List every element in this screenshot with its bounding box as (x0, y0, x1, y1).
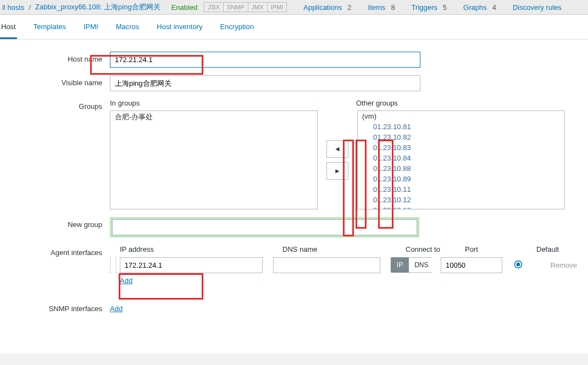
list-item[interactable]: 01.23.10.81 (358, 121, 564, 132)
col-port: Port (465, 245, 536, 253)
new-group-highlight (110, 217, 419, 237)
iface-default-radio[interactable] (514, 260, 551, 270)
status-enabled: Enabled (171, 3, 198, 12)
iface-remove-link[interactable]: Remove (551, 261, 577, 269)
drag-handle-icon[interactable] (110, 257, 117, 273)
list-item[interactable]: 01.23.10.89 (358, 174, 564, 184)
col-def: Default (536, 245, 575, 253)
iface-ip-input[interactable] (120, 257, 263, 273)
agent-interfaces-label: Agent interfaces (0, 245, 110, 257)
other-groups-label: Other groups (356, 99, 563, 110)
proto-zbx[interactable]: ZBX (204, 2, 223, 12)
visible-name-label: Visible name (0, 75, 110, 87)
radio-checked-icon (514, 260, 523, 269)
groups-label: Groups (0, 99, 110, 110)
tab-macros[interactable]: Macros (115, 23, 141, 39)
in-groups-label: In groups (110, 99, 317, 110)
tab-templates[interactable]: Templates (32, 23, 67, 39)
proto-ipmi[interactable]: IPMI (268, 2, 287, 12)
triggers-link[interactable]: Triggers (409, 3, 440, 12)
shuttle-right-button[interactable]: ► (326, 162, 348, 180)
proto-jmx[interactable]: JMX (248, 2, 268, 12)
list-item[interactable]: 01.23.10.83 (358, 142, 564, 153)
list-item[interactable]: 01.23.10.11 (358, 184, 564, 195)
new-group-input[interactable] (112, 219, 417, 235)
iface-port-input[interactable] (441, 257, 502, 273)
proto-snmp[interactable]: SNMP (224, 2, 248, 12)
col-dns: DNS name (282, 245, 406, 253)
current-host-link[interactable]: Zabbix_proxy66.108: 上海ping合肥网关 (33, 2, 163, 12)
discovery-link[interactable]: Discovery rules (511, 3, 564, 12)
all-hosts-link[interactable]: ll hosts (0, 3, 26, 12)
items-link[interactable]: Items (366, 3, 388, 12)
other-groups-listbox[interactable]: (vm) 01.23.10.81 01.23.10.82 01.23.10.83… (357, 110, 565, 209)
protocol-group: ZBX SNMP JMX IPMI (204, 2, 287, 12)
svg-point-1 (516, 262, 520, 266)
list-item[interactable]: 合肥-办事处 (110, 111, 317, 123)
visible-name-input[interactable] (110, 75, 420, 91)
tab-ipmi[interactable]: IPMI (82, 23, 99, 39)
triggers-count: 5 (443, 3, 447, 12)
list-item[interactable]: 01.23.10.88 (358, 163, 564, 174)
list-item[interactable]: 01.23.10.84 (358, 153, 564, 163)
snmp-interfaces-label: SNMP interfaces (0, 301, 110, 313)
tabs: Host Templates IPMI Macros Host inventor… (0, 15, 588, 40)
snmp-add-link[interactable]: Add (110, 305, 123, 313)
host-name-input[interactable] (110, 52, 420, 68)
breadcrumb-separator: / (29, 3, 31, 12)
applications-link[interactable]: Applications (301, 3, 344, 12)
list-item[interactable]: 01.23.10.12 (358, 195, 564, 205)
connect-ip-button[interactable]: IP (391, 257, 409, 273)
tab-encryption[interactable]: Encryption (219, 23, 254, 39)
tab-host[interactable]: Host (0, 23, 17, 39)
graphs-link[interactable]: Graphs (461, 3, 489, 12)
host-name-label: Host name (0, 52, 110, 63)
applications-count: 2 (347, 3, 351, 12)
list-item[interactable]: 01.23.10.13 (358, 205, 564, 209)
graphs-count: 4 (492, 3, 496, 12)
shuttle-left-button[interactable]: ◄ (326, 140, 348, 158)
iface-headers: IP address DNS name Connect to Port Defa… (110, 245, 577, 257)
new-group-label: New group (0, 217, 110, 229)
col-conn: Connect to (406, 245, 465, 253)
iface-row: IP DNS Remove (110, 257, 577, 273)
col-ip: IP address (120, 245, 282, 253)
breadcrumb-bar: ll hosts / Zabbix_proxy66.108: 上海ping合肥网… (0, 0, 588, 15)
iface-dns-input[interactable] (273, 257, 380, 273)
list-item[interactable]: (vm) (358, 111, 564, 121)
in-groups-listbox[interactable]: 合肥-办事处 (110, 110, 318, 209)
tab-inventory[interactable]: Host inventory (156, 23, 203, 39)
agent-add-link[interactable]: Add (120, 276, 132, 285)
items-count: 8 (391, 3, 395, 12)
list-item[interactable]: 01.23.10.82 (358, 132, 564, 142)
connect-dns-button[interactable]: DNS (409, 257, 432, 273)
